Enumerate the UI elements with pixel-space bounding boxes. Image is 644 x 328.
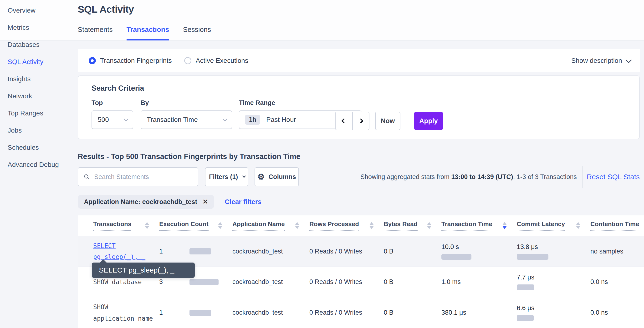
tooltip-caret [100,259,107,263]
execution-count-bar [190,248,211,254]
by-select[interactable]: Transaction Time [140,110,232,129]
view-toggle-group: Transaction Fingerprints Active Executio… [89,57,248,64]
time-range-controls: Now Apply [335,112,443,130]
statement-tooltip: SELECT pg_sleep(_), _ [92,263,195,278]
clear-filters-link[interactable]: Clear filters [225,198,262,206]
sort-icon[interactable] [295,222,299,229]
tooltip-text: SELECT pg_sleep(_), _ [99,266,174,274]
apply-button[interactable]: Apply [414,112,443,130]
radio-label: Transaction Fingerprints [100,57,172,64]
tab-transactions[interactable]: Transactions [126,26,169,40]
by-label: By [140,99,232,107]
contention-time-value: no samples [590,248,623,255]
execution-count-bar [190,310,211,316]
transaction-time-value: 380.1 μs [442,309,466,316]
radio-active-executions[interactable]: Active Executions [184,57,248,64]
reset-sql-stats-link[interactable]: Reset SQL Stats [587,167,640,186]
sort-icon[interactable] [145,222,149,229]
column-header-contention-time: Contention Time [590,220,644,231]
transaction-fingerprint-text[interactable]: SHOW application_name [93,302,153,324]
sort-icon[interactable] [370,222,374,229]
column-header-bytes-read: Bytes Read [384,220,442,231]
commit-latency-bar [517,254,548,260]
chevron-left-icon [341,118,347,124]
previous-range-button[interactable] [336,112,352,130]
show-description-toggle[interactable]: Show description [571,57,630,64]
rows-processed-value: 0 Reads / 0 Writes [309,248,362,255]
sidebar-item-overview[interactable]: Overview [0,2,78,19]
results-heading: Results - Top 500 Transaction Fingerprin… [78,152,300,161]
sidebar-item-sql-activity[interactable]: SQL Activity [0,53,78,70]
radio-selected-icon [89,57,96,64]
table-header-row: Transactions Execution Count Application… [78,215,644,236]
execution-count-value: 1 [159,248,190,255]
close-icon[interactable]: ✕ [202,198,208,205]
now-button[interactable]: Now [375,112,400,130]
top-label: Top [92,99,133,107]
transaction-fingerprint-link[interactable]: SELECT pg_sleep(_), _ [93,241,146,262]
sidebar-item-databases[interactable]: Databases [0,36,78,53]
commit-latency-value: 6.6 μs [517,305,534,312]
radio-transaction-fingerprints[interactable]: Transaction Fingerprints [89,57,172,64]
sort-icon[interactable] [218,222,222,229]
top-select[interactable]: 500 [92,110,133,129]
bytes-read-value: 0 B [384,248,394,255]
page-title: SQL Activity [78,4,134,15]
sort-desc-icon[interactable] [502,222,507,229]
search-criteria-card: Search Criteria Top 500 By Transaction T… [78,75,640,139]
transaction-time-value: 10.0 s [442,243,459,251]
execution-count-value: 1 [159,309,190,316]
sidebar-item-top-ranges[interactable]: Top Ranges [0,105,78,122]
table-row[interactable]: SELECT pg_sleep(_), _ 1 cockroachdb_test… [78,236,644,267]
filters-label: Filters (1) [209,173,238,181]
filters-button[interactable]: Filters (1) [205,167,248,186]
application-name-value: cockroachdb_test [232,248,283,255]
next-range-button[interactable] [352,112,369,130]
transaction-fingerprint-text[interactable]: SHOW database [93,277,142,287]
rows-processed-value: 0 Reads / 0 Writes [309,309,362,316]
column-header-execution-count: Execution Count [159,220,232,231]
aggregated-stats-status: Showing aggregated stats from 13:00 to 1… [360,167,577,186]
column-header-transaction-time: Transaction Time [442,220,517,231]
column-header-rows-processed: Rows Processed [309,220,384,231]
column-header-commit-latency: Commit Latency [517,220,590,231]
sidebar-item-jobs[interactable]: Jobs [0,122,78,139]
commit-latency-bar [517,315,534,321]
search-criteria-title: Search Criteria [92,84,144,93]
filter-chip-application-name: Application Name: cockroachdb_test ✕ [78,195,214,209]
radio-unselected-icon [184,57,192,64]
transaction-time-value: 1.0 ms [442,278,461,286]
contention-time-value: 0.0 ns [590,309,608,316]
transaction-time-bar [442,254,472,260]
sidebar-item-advanced-debug[interactable]: Advanced Debug [0,156,78,173]
commit-latency-bar [517,284,534,290]
bytes-read-value: 0 B [384,309,394,316]
columns-button[interactable]: ⚙ Columns [254,167,299,186]
rows-processed-value: 0 Reads / 0 Writes [309,278,362,286]
table-row[interactable]: SHOW application_name 1 cockroachdb_test… [78,297,644,328]
time-range-label: Time Range [239,99,362,107]
sidebar-item-schedules[interactable]: Schedules [0,139,78,156]
sort-icon[interactable] [576,222,580,229]
chevron-down-icon [222,117,228,121]
tab-sessions[interactable]: Sessions [183,26,211,40]
columns-label: Columns [268,173,296,181]
sidebar-item-network[interactable]: Network [0,88,78,105]
sidebar-item-insights[interactable]: Insights [0,70,78,88]
time-step-group [335,112,370,130]
tab-statements[interactable]: Statements [78,26,113,40]
search-box [78,167,198,186]
gear-icon: ⚙ [258,173,264,181]
by-field: By Transaction Time [140,99,232,129]
column-header-transactions: Transactions [93,220,159,231]
sort-icon[interactable] [427,222,432,229]
search-input[interactable] [94,173,192,181]
execution-count-value: 3 [159,278,190,286]
by-value: Transaction Time [147,116,198,124]
column-header-application-name: Application Name [232,220,309,231]
radio-label: Active Executions [196,57,248,64]
commit-latency-value: 7.7 μs [517,274,534,281]
application-name-value: cockroachdb_test [232,309,283,316]
sidebar-item-metrics[interactable]: Metrics [0,19,78,36]
time-range-badge: 1h [245,115,260,125]
